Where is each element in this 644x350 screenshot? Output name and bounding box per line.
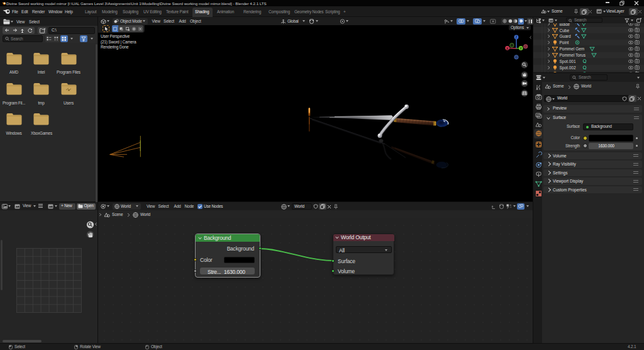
svg-text:Spot.002: Spot.002: [560, 65, 576, 71]
svg-text:Cube: Cube: [560, 28, 570, 33]
svg-text:Spot.001: Spot.001: [560, 59, 576, 64]
svg-text:Point: Point: [560, 40, 569, 45]
svg-text:Pommel Torus: Pommel Torus: [560, 53, 586, 57]
svg-text:X: X: [506, 47, 509, 50]
svg-text:Guard: Guard: [560, 34, 571, 38]
svg-text:Pommel Gem: Pommel Gem: [560, 47, 585, 51]
svg-text:Y: Y: [519, 47, 522, 50]
svg-text:Spot.003: Spot.003: [560, 72, 576, 72]
